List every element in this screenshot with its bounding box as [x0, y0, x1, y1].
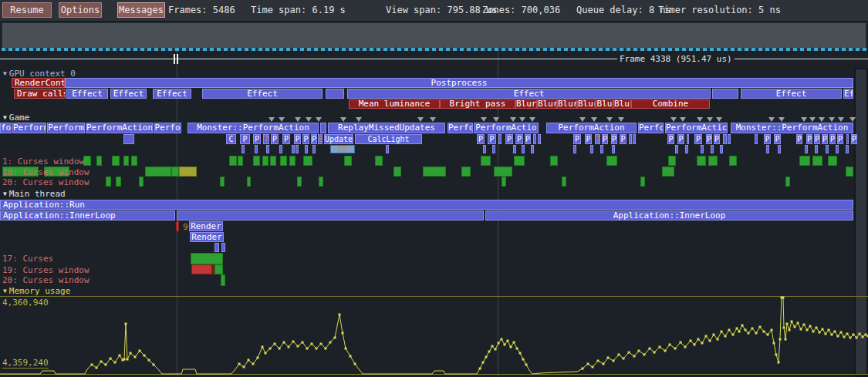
game-zone[interactable]: ReplayMissedUpdates: [328, 123, 445, 133]
lock-event-marker[interactable]: [247, 177, 251, 187]
lock-event-marker[interactable]: [375, 156, 383, 166]
lock-event-marker[interactable]: [662, 167, 674, 177]
game-zone-child[interactable]: P: [774, 134, 781, 144]
game-zone-child[interactable]: P: [851, 134, 857, 144]
gpu-zone-effect[interactable]: [712, 89, 738, 99]
game-zone-child[interactable]: [629, 134, 632, 144]
zone-stub[interactable]: [214, 243, 219, 252]
lock-event-marker[interactable]: [131, 156, 137, 166]
lock-event-marker[interactable]: [83, 156, 91, 166]
frame-marker-triangle-icon[interactable]: [697, 117, 703, 122]
lock-event-marker[interactable]: [461, 167, 471, 177]
game-zone-child[interactable]: P: [477, 134, 485, 144]
game-zone[interactable]: PerformActio: [474, 123, 539, 133]
lock-event-marker[interactable]: [139, 177, 144, 187]
options-button[interactable]: Options: [59, 2, 102, 18]
gpu-zone-rendercontext[interactable]: RenderConte: [12, 78, 65, 88]
frame-marker-triangle-icon[interactable]: [591, 117, 597, 122]
zone-stub[interactable]: [573, 145, 576, 153]
game-zone-child[interactable]: P: [525, 134, 531, 144]
lock-event-bar[interactable]: [214, 264, 223, 274]
frame-marker-triangle-icon[interactable]: [340, 117, 346, 122]
lock-event-marker[interactable]: [238, 156, 243, 166]
game-zone-child[interactable]: P: [694, 134, 702, 144]
zone-stub[interactable]: [266, 145, 269, 153]
game-zone-child[interactable]: P: [822, 134, 828, 144]
game-zone[interactable]: PerformActic: [665, 123, 728, 133]
lock-event-marker[interactable]: [481, 156, 491, 166]
zone-render[interactable]: Render: [189, 221, 223, 231]
lock-event-bar[interactable]: [221, 274, 225, 286]
game-zone-child[interactable]: P: [271, 134, 279, 144]
game-zone-child[interactable]: P: [677, 134, 684, 144]
lock-event-marker[interactable]: [708, 156, 718, 166]
gpu-zone-effect[interactable]: Ef: [843, 89, 853, 99]
frame-marker-triangle-icon[interactable]: [819, 117, 825, 122]
lock-event-marker[interactable]: [799, 156, 810, 166]
lock-event-marker[interactable]: [280, 156, 287, 166]
game-zone-child[interactable]: P: [714, 134, 720, 144]
frame-marker-triangle-icon[interactable]: [430, 117, 436, 122]
gpu-zone-effect[interactable]: Effect: [153, 89, 191, 99]
lock-event-marker[interactable]: [393, 167, 401, 177]
lock-event-marker[interactable]: [785, 177, 790, 187]
game-zone-child[interactable]: P: [302, 134, 309, 144]
gpu-zone-mean-luminance[interactable]: Mean luminance: [349, 99, 440, 109]
game-zone[interactable]: Perfc: [638, 123, 664, 133]
game-zone-child[interactable]: 6: [318, 134, 323, 144]
lock-event-marker[interactable]: [253, 156, 260, 166]
lock-event-marker[interactable]: [106, 177, 111, 187]
zone-render[interactable]: Render: [190, 232, 224, 242]
collapsed-zone-count[interactable]: 50: [330, 145, 355, 153]
zone-stub[interactable]: [255, 145, 258, 153]
game-zone-child[interactable]: P: [515, 134, 523, 144]
zone-application-innerloop[interactable]: Application::InnerLoop: [485, 210, 853, 220]
frame-marker-triangle-icon[interactable]: [618, 117, 624, 122]
gpu-zone-effect[interactable]: Effect: [110, 89, 147, 99]
lock-event-marker[interactable]: [262, 156, 269, 166]
game-zone-child[interactable]: P: [573, 134, 581, 144]
game-zone[interactable]: PerformAction: [86, 123, 153, 133]
section-header-gpu[interactable]: ▼GPU context 0: [3, 69, 76, 79]
game-zone[interactable]: fo: [0, 123, 12, 133]
gpu-zone-effect[interactable]: Effect: [66, 89, 108, 99]
zone-stub[interactable]: [590, 145, 593, 153]
game-zone-child[interactable]: P: [796, 134, 802, 144]
game-zone-child[interactable]: CalcLight: [355, 134, 422, 144]
zone-stub[interactable]: [766, 145, 769, 153]
frame-marker-triangle-icon[interactable]: [356, 117, 362, 122]
game-zone-child[interactable]: [538, 134, 541, 144]
game-zone[interactable]: [320, 123, 326, 133]
frame-overview-strip[interactable]: [2, 22, 866, 49]
frame-marker-triangle-icon[interactable]: [670, 117, 677, 122]
zone-stub[interactable]: [241, 145, 245, 153]
game-zone-child[interactable]: P: [488, 134, 496, 144]
game-zone-child[interactable]: P: [505, 134, 513, 144]
lock-event-marker[interactable]: [846, 167, 853, 177]
lock-event-marker[interactable]: [514, 156, 525, 166]
collapse-triangle-icon[interactable]: ▼: [3, 190, 7, 197]
game-zone-child[interactable]: [687, 134, 689, 144]
pause-marker-icon[interactable]: [177, 54, 178, 64]
zone-stub[interactable]: [221, 243, 225, 252]
zone-stub[interactable]: [600, 145, 603, 153]
game-zone[interactable]: PerformAction: [546, 123, 637, 133]
lock-event-marker[interactable]: [96, 156, 102, 166]
section-header-game[interactable]: ▼Game: [3, 113, 29, 123]
zone-application-innerloop[interactable]: [177, 210, 484, 220]
gpu-zone-blur[interactable]: Blur: [613, 99, 631, 109]
game-zone-child[interactable]: 7: [595, 134, 600, 144]
lock-event-marker[interactable]: [344, 156, 352, 166]
frame-marker-triangle-icon[interactable]: [519, 117, 525, 122]
game-zone-child[interactable]: [723, 134, 727, 144]
zone-application-run[interactable]: Application::Run: [0, 200, 853, 210]
zone-stub[interactable]: [531, 145, 534, 153]
lock-event-marker[interactable]: [179, 167, 197, 177]
game-zone-child[interactable]: [123, 134, 134, 144]
game-zone-child[interactable]: P: [602, 134, 608, 144]
lock-event-marker[interactable]: [229, 156, 237, 166]
section-header-main-thread[interactable]: ▼Main thread: [3, 189, 66, 199]
game-zone-child[interactable]: P: [620, 134, 627, 144]
lock-event-marker[interactable]: [123, 156, 129, 166]
zone-stub[interactable]: [386, 145, 389, 153]
